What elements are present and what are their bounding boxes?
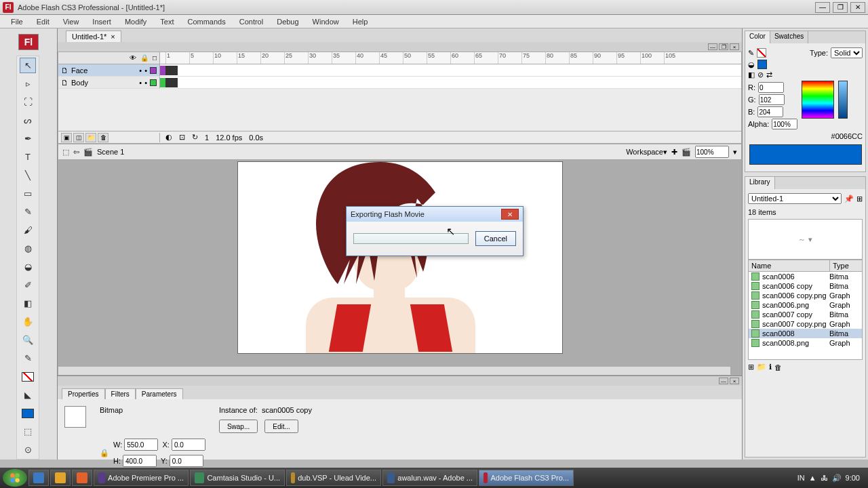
minimize-button[interactable]: — — [815, 2, 830, 13]
alpha-input[interactable] — [772, 119, 797, 129]
dialog-close-button[interactable]: ✕ — [501, 209, 519, 220]
eyedropper-tool[interactable]: ✐ — [20, 277, 36, 293]
maximize-button[interactable]: ❐ — [833, 2, 848, 13]
bw-icon[interactable]: ◧ — [748, 70, 755, 79]
panel-min-icon[interactable]: — — [719, 378, 728, 384]
clock[interactable]: 9:00 — [846, 474, 860, 482]
menu-commands[interactable]: Commands — [180, 16, 232, 27]
taskbar-app[interactable]: Adobe Premiere Pro ... — [94, 470, 189, 486]
new-layer-icon[interactable]: ▣ — [61, 133, 72, 142]
subselection-tool[interactable]: ▹ — [20, 76, 36, 92]
panel-min-icon[interactable]: — — [708, 43, 717, 50]
width-input[interactable] — [124, 439, 158, 451]
zoom-dropdown-icon[interactable]: ▾ — [733, 148, 737, 157]
new-motion-icon[interactable]: ◫ — [73, 133, 84, 142]
taskbar-app[interactable]: awalun.wav - Adobe ... — [382, 470, 477, 486]
swap-icon[interactable]: ⇄ — [766, 70, 772, 79]
library-item[interactable]: scan0006 copy.pngGraph — [749, 291, 862, 300]
document-tab[interactable]: Untitled-1*× — [66, 30, 121, 42]
scene-name[interactable]: Scene 1 — [97, 148, 124, 156]
tab-swatches[interactable]: Swatches — [770, 31, 808, 43]
horizontal-scrollbar[interactable] — [58, 366, 731, 375]
menu-view[interactable]: View — [56, 16, 86, 27]
outline-icon[interactable]: □ — [153, 54, 157, 62]
y-input[interactable] — [170, 455, 203, 467]
color-type-select[interactable]: Solid — [831, 47, 863, 58]
library-item[interactable]: scan0008.pngGraph — [749, 338, 862, 348]
paint-bucket-tool[interactable]: ◒ — [20, 259, 36, 274]
hand-tool[interactable]: ✋ — [20, 314, 36, 329]
lock-wh-icon[interactable]: 🔒 — [100, 449, 109, 458]
delete-layer-icon[interactable]: 🗑 — [98, 133, 108, 142]
panel-max-icon[interactable]: ❐ — [719, 43, 728, 50]
ink-bottle-tool[interactable]: ◍ — [20, 241, 36, 256]
red-input[interactable] — [758, 82, 784, 93]
edit-symbols-icon[interactable]: ✚ — [671, 148, 677, 157]
x-input[interactable] — [172, 439, 205, 451]
new-folder-icon[interactable]: 📁 — [757, 363, 766, 371]
color-spectrum[interactable] — [802, 81, 834, 119]
no-stroke-icon[interactable] — [757, 48, 766, 58]
free-transform-tool[interactable]: ⛶ — [20, 94, 36, 110]
eye-icon[interactable]: 👁 — [130, 54, 136, 62]
properties-icon[interactable]: ℹ — [769, 363, 772, 371]
height-input[interactable] — [123, 455, 157, 467]
volume-icon[interactable]: 🔊 — [832, 474, 842, 483]
stage[interactable] — [237, 161, 563, 354]
tab-color[interactable]: Color — [745, 31, 770, 43]
new-lib-icon[interactable]: ⊞ — [856, 195, 863, 203]
library-list[interactable]: NameType scan0006Bitmascan0006 copyBitma… — [748, 260, 863, 360]
tab-properties[interactable]: Properties — [62, 388, 105, 399]
rectangle-tool[interactable]: ▭ — [20, 186, 36, 201]
eraser-tool[interactable]: ◧ — [20, 296, 36, 311]
start-button[interactable] — [3, 469, 27, 487]
back-icon[interactable]: ⇦ — [73, 148, 79, 157]
selection-tool[interactable]: ↖ — [20, 58, 36, 73]
menu-debug[interactable]: Debug — [270, 16, 305, 27]
taskbar-app[interactable]: Camtasia Studio - U... — [190, 470, 285, 486]
timeline-layer[interactable]: 🗋Face•• — [58, 64, 741, 77]
library-item[interactable]: scan0008Bitma — [749, 329, 862, 338]
menu-file[interactable]: File — [4, 16, 30, 27]
library-item[interactable]: scan0007 copy.pngGraph — [749, 319, 862, 329]
timeline-layer[interactable]: 🗋Body•• — [58, 77, 741, 89]
menu-text[interactable]: Text — [153, 16, 180, 27]
pin-icon[interactable]: 📌 — [844, 195, 854, 203]
new-folder-icon[interactable]: 📁 — [85, 133, 96, 142]
frames-ruler[interactable]: 1510152025303540455055606570758085909510… — [160, 52, 741, 64]
stroke-color-icon[interactable]: ✎ — [20, 350, 36, 366]
line-tool[interactable]: ╲ — [20, 167, 36, 183]
edit-button[interactable]: Edit... — [264, 420, 298, 433]
swap-button[interactable]: Swap... — [219, 420, 258, 433]
onion-skin-icon[interactable]: ◐ — [165, 133, 172, 142]
no-color-icon[interactable]: ⊘ — [757, 70, 764, 79]
lasso-tool[interactable]: ᔕ — [20, 113, 36, 128]
menu-insert[interactable]: Insert — [85, 16, 118, 27]
hex-value[interactable]: #0066CC — [831, 132, 863, 140]
tab-filters[interactable]: Filters — [105, 388, 136, 399]
tray-icon[interactable]: ▲ — [809, 474, 816, 482]
menu-edit[interactable]: Edit — [30, 16, 56, 27]
fill-swatch[interactable] — [757, 60, 767, 69]
delete-icon[interactable]: 🗑 — [774, 363, 782, 371]
cancel-button[interactable]: Cancel — [475, 231, 516, 246]
library-item[interactable]: scan0006Bitma — [749, 272, 862, 281]
pencil-tool[interactable]: ✎ — [20, 204, 36, 220]
color-brightness[interactable] — [838, 81, 848, 119]
pen-tool[interactable]: ✒ — [20, 131, 36, 146]
taskbar-app[interactable]: Adobe Flash CS3 Pro... — [479, 470, 574, 486]
text-tool[interactable]: T — [20, 149, 36, 165]
fill-swatch[interactable] — [20, 405, 36, 421]
library-doc-select[interactable]: Untitled-1 — [748, 193, 842, 204]
library-item[interactable]: scan0006.pngGraph — [749, 300, 862, 310]
bucket-icon[interactable]: ◒ — [748, 60, 755, 69]
swap-colors-icon[interactable]: ⬚ — [20, 424, 36, 439]
stroke-swatch[interactable] — [20, 369, 36, 384]
brush-tool[interactable]: 🖌 — [20, 222, 36, 238]
edit-scenes-icon[interactable]: 🎬 — [682, 148, 691, 157]
tab-parameters[interactable]: Parameters — [136, 388, 183, 399]
menu-window[interactable]: Window — [306, 16, 346, 27]
new-symbol-icon[interactable]: ⊞ — [748, 363, 754, 371]
green-input[interactable] — [759, 94, 785, 105]
workspace-dropdown[interactable]: Workspace▾ — [626, 148, 667, 157]
